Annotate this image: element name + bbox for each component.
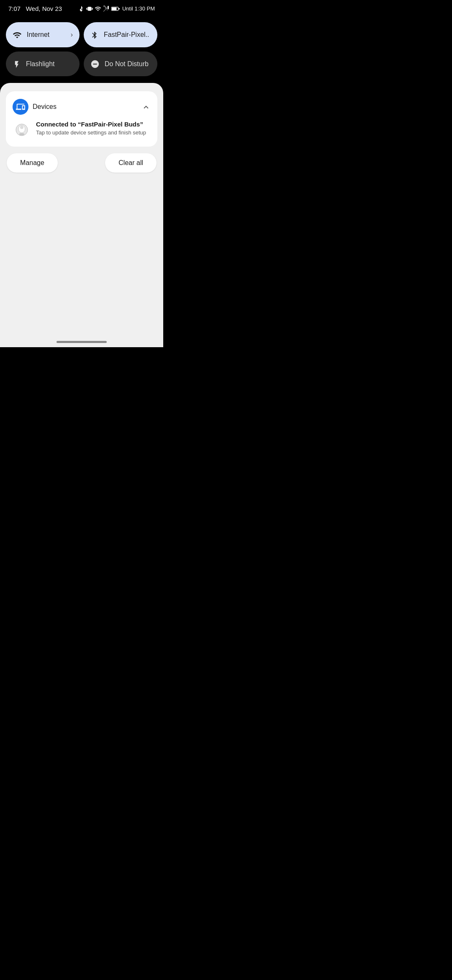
- devices-header: Devices: [13, 99, 151, 115]
- device-title: Connected to “FastPair-Pixel Buds”: [36, 121, 146, 128]
- vibrate-icon: [86, 5, 93, 12]
- fastpair-tile-label: FastPair-Pixel..: [104, 31, 149, 39]
- bluetooth-status-icon: [78, 5, 85, 12]
- svg-rect-2: [118, 8, 120, 9]
- status-date: Wed, Nov 23: [26, 5, 62, 12]
- home-indicator: [0, 334, 163, 347]
- status-time-date: 7:07 Wed, Nov 23: [8, 5, 62, 12]
- flashlight-tile[interactable]: Flashlight: [6, 52, 80, 77]
- wifi-tile-icon: [13, 30, 22, 40]
- home-bar: [56, 341, 107, 343]
- flashlight-tile-label: Flashlight: [26, 60, 54, 68]
- status-time: 7:07: [8, 5, 21, 12]
- battery-text: Until 1:30 PM: [122, 5, 155, 12]
- dnd-tile-label: Do Not Disturb: [105, 60, 149, 68]
- clear-all-button[interactable]: Clear all: [105, 153, 157, 173]
- bluetooth-tile-icon: [90, 30, 99, 39]
- action-buttons: Manage Clear all: [6, 153, 157, 173]
- dnd-tile[interactable]: Do Not Disturb: [84, 52, 157, 77]
- devices-icon: [13, 99, 28, 115]
- manage-button[interactable]: Manage: [7, 153, 58, 173]
- internet-arrow-icon: ›: [71, 31, 73, 39]
- fastpair-tile[interactable]: FastPair-Pixel..: [84, 22, 157, 47]
- battery-icon: [111, 5, 120, 12]
- devices-title-row: Devices: [13, 99, 56, 115]
- status-bar: 7:07 Wed, Nov 23 Until 1:30 PM: [0, 0, 163, 15]
- status-icons: Until 1:30 PM: [78, 5, 155, 12]
- internet-tile[interactable]: Internet ›: [6, 22, 80, 47]
- chevron-up-icon[interactable]: [141, 102, 151, 111]
- svg-rect-6: [19, 133, 24, 135]
- dnd-tile-icon: [90, 59, 100, 69]
- svg-rect-1: [112, 7, 117, 10]
- quick-tiles: Internet › FastPair-Pixel.. Flashlight D…: [0, 15, 163, 83]
- devices-label: Devices: [33, 103, 56, 111]
- svg-point-5: [20, 126, 23, 129]
- devices-card[interactable]: Devices Connected to “FastPair-Pixel Bu: [6, 91, 157, 147]
- wifi-status-icon: [95, 5, 101, 12]
- device-info: Connected to “FastPair-Pixel Buds” Tap t…: [36, 121, 146, 137]
- internet-tile-label: Internet: [27, 31, 49, 39]
- flashlight-tile-icon: [13, 59, 21, 69]
- device-subtitle: Tap to update device settings and finish…: [36, 129, 146, 137]
- device-item[interactable]: Connected to “FastPair-Pixel Buds” Tap t…: [13, 121, 151, 139]
- earbud-image: [13, 121, 31, 139]
- signal-icon: [103, 5, 110, 12]
- notification-panel: Devices Connected to “FastPair-Pixel Bu: [0, 83, 163, 334]
